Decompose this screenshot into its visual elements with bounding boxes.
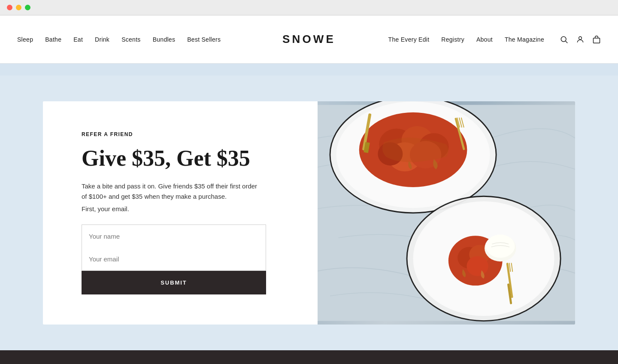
svg-point-27: [486, 234, 515, 258]
refer-label: REFER A FRIEND: [82, 131, 292, 137]
svg-rect-3: [594, 38, 600, 43]
nav-item-bundles[interactable]: Bundles: [153, 36, 176, 43]
blue-banner: [0, 64, 618, 76]
svg-point-2: [579, 36, 582, 39]
search-icon[interactable]: [560, 35, 568, 44]
card: REFER A FRIEND Give $35, Get $35 Take a …: [43, 101, 575, 325]
logo[interactable]: SNOWE: [282, 33, 336, 46]
header-icons: [560, 35, 601, 44]
nav-item-registry[interactable]: Registry: [441, 36, 464, 43]
nav-item-about[interactable]: About: [476, 36, 493, 43]
nav-item-drink[interactable]: Drink: [95, 36, 109, 43]
nav-item-sleep[interactable]: Sleep: [17, 36, 33, 43]
email-input[interactable]: [82, 248, 266, 271]
account-icon[interactable]: [576, 35, 585, 44]
nav-item-scents[interactable]: Scents: [121, 36, 140, 43]
browser-dot-red[interactable]: [7, 5, 12, 10]
left-nav: Sleep Bathe Eat Drink Scents Bundles Bes…: [17, 36, 221, 43]
browser-chrome: [0, 0, 618, 15]
sub-description: First, your email.: [82, 205, 292, 212]
bag-icon[interactable]: [592, 35, 601, 44]
nav-item-magazine[interactable]: The Magazine: [505, 36, 544, 43]
svg-point-25: [467, 256, 488, 276]
nav-item-every-edit[interactable]: The Every Edit: [388, 36, 430, 43]
browser-dot-green[interactable]: [25, 5, 30, 10]
svg-line-1: [566, 41, 568, 43]
right-nav: The Every Edit Registry About The Magazi…: [388, 36, 544, 43]
submit-button[interactable]: SUBMIT: [82, 271, 266, 294]
nav-item-bathe[interactable]: Bathe: [45, 36, 61, 43]
name-input[interactable]: [82, 224, 266, 248]
footer: [0, 350, 618, 364]
nav-item-eat[interactable]: Eat: [73, 36, 83, 43]
svg-point-0: [561, 36, 566, 42]
card-right: [318, 101, 575, 325]
header: Sleep Bathe Eat Drink Scents Bundles Bes…: [0, 15, 618, 64]
description: Take a bite and pass it on. Give friends…: [82, 181, 262, 202]
main-content: REFER A FRIEND Give $35, Get $35 Take a …: [0, 76, 618, 350]
nav-item-best-sellers[interactable]: Best Sellers: [187, 36, 221, 43]
browser-dot-yellow[interactable]: [16, 5, 21, 10]
form-group: SUBMIT: [82, 224, 266, 294]
card-left: REFER A FRIEND Give $35, Get $35 Take a …: [43, 101, 318, 325]
main-heading: Give $35, Get $35: [82, 146, 292, 170]
